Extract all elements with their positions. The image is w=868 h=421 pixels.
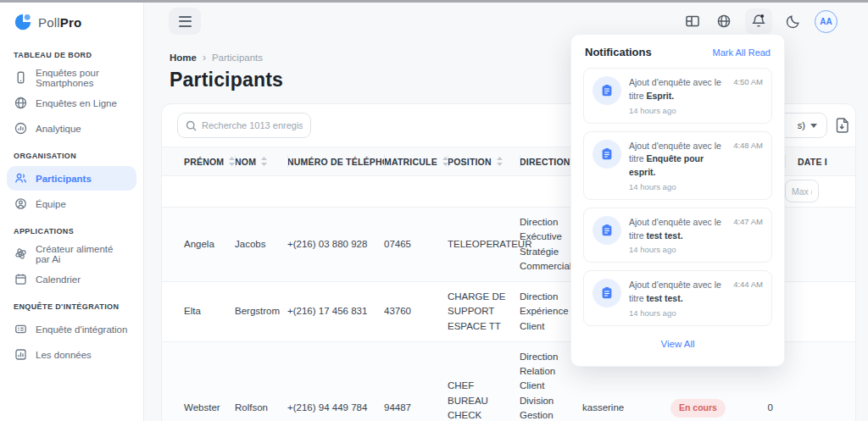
ai-icon [14, 247, 27, 260]
menu-icon [179, 16, 192, 18]
globe-icon [715, 13, 732, 30]
sidebar-item-label: Enquête d'intégration [36, 324, 127, 335]
window-icon [684, 13, 701, 30]
window-button[interactable] [682, 11, 703, 31]
language-button[interactable] [714, 11, 734, 31]
cell-position: CHEF BUREAU CHECK CENTER [448, 341, 520, 421]
notifications-title: Notifications [585, 46, 652, 58]
cell-nom: Rolfson [235, 341, 287, 421]
cell-matricule: 07465 [384, 208, 448, 282]
notification-ago: 14 hours ago [629, 182, 763, 191]
sidebar-item-label: Les données [36, 350, 92, 360]
section-tableau-de-bord: TABLEAU DE BORD [14, 51, 130, 59]
sidebar-item-enquete-integration[interactable]: Enquête d'intégration [7, 317, 136, 341]
cell-prenom: Webster [162, 341, 235, 421]
avatar[interactable]: AA [815, 10, 837, 33]
notification-time: 4:44 AM [733, 280, 763, 289]
sidebar-item-participants[interactable]: Participants [7, 166, 136, 191]
app-name: PollPro [38, 15, 81, 30]
sidebar-item-label: Enquêtes pour Smartphones [36, 68, 129, 88]
search-icon [186, 120, 197, 131]
cell-prenom: Elta [162, 282, 235, 342]
column-header-matricule[interactable]: MATRICULE [384, 147, 448, 176]
sidebar-item-label: Calendrier [36, 274, 81, 285]
notification-ago: 14 hours ago [629, 308, 763, 318]
download-file-icon [833, 116, 854, 135]
export-button[interactable] [833, 115, 854, 136]
notification-ago: 14 hours ago [629, 106, 763, 115]
mark-all-read-button[interactable]: Mark All Read [713, 47, 771, 58]
column-header-date[interactable]: DATE I [785, 147, 856, 176]
breadcrumb-home-link[interactable]: Home [170, 53, 197, 63]
sidebar-item-createur-ai[interactable]: Créateur alimenté par Ai [7, 241, 136, 266]
sidebar-item-les-donnees[interactable]: Les données [7, 342, 136, 367]
sidebar-item-label: Enquêtes en Ligne [36, 98, 117, 108]
sidebar-item-enquetes-en-ligne[interactable]: Enquêtes en Ligne [7, 91, 136, 115]
data-icon [14, 348, 27, 361]
notification-time: 4:50 AM [733, 77, 763, 86]
column-header-nom[interactable]: NOM [235, 147, 287, 176]
sidebar-item-calendrier[interactable]: Calendrier [7, 267, 136, 291]
max-filter-input[interactable] [785, 180, 819, 202]
sidebar-item-enquetes-smartphones[interactable]: Enquêtes pour Smartphones [7, 65, 136, 90]
sidebar-item-analytique[interactable]: Analytique [7, 116, 136, 141]
bell-icon [750, 13, 767, 30]
dark-mode-button[interactable] [783, 11, 804, 31]
search-box [177, 113, 311, 138]
pollpro-logo-icon [14, 13, 32, 31]
sidebar-item-label: Analytique [36, 124, 81, 134]
survey-icon [593, 216, 621, 245]
notification-item[interactable]: Ajout d'enquête avec le titre test test.… [583, 270, 772, 326]
breadcrumb-separator-icon: › [203, 52, 206, 64]
team-icon [14, 197, 27, 210]
sort-icon[interactable] [229, 157, 235, 166]
cell-date [785, 208, 856, 282]
sort-icon[interactable] [497, 157, 503, 166]
section-organisation: ORGANISATION [14, 152, 130, 160]
calendar-icon [14, 273, 27, 285]
users-icon [14, 172, 27, 185]
moon-icon [785, 13, 802, 30]
cell-matricule: 94487 [384, 341, 448, 421]
section-applications: APPLICATIONS [14, 227, 130, 235]
cell-date [785, 341, 856, 421]
sidebar-item-equipe[interactable]: Équipe [7, 191, 136, 216]
view-all-button[interactable]: View All [652, 334, 703, 354]
cell-telephone: +(216) 03 880 928 [287, 208, 384, 282]
analytics-icon [14, 122, 27, 135]
sidebar: PollPro TABLEAU DE BORD Enquêtes pour Sm… [0, 0, 144, 421]
app-logo[interactable]: PollPro [0, 3, 143, 40]
notification-item[interactable]: Ajout d'enquête avec le titre Enquête po… [583, 131, 772, 200]
cell-position: CHARGE DE SUPPORT ESPACE TT [448, 282, 520, 342]
sidebar-item-label: Équipe [36, 199, 66, 209]
chevron-down-icon [810, 124, 817, 128]
cell-direction: Direction Exécutive Stratégie Commercial… [520, 208, 577, 282]
survey-icon [593, 76, 621, 105]
cell-date [785, 282, 856, 342]
notifications-button[interactable] [745, 8, 772, 34]
column-header-position[interactable]: POSITION [448, 147, 520, 176]
cell-telephone: +(216) 94 449 784 [287, 341, 384, 421]
notifications-panel: Notifications Mark All Read Ajout d'enqu… [570, 34, 785, 367]
notification-time: 4:47 AM [733, 217, 763, 226]
sidebar-item-label: Créateur alimenté par Ai [36, 244, 129, 264]
column-header-prenom[interactable]: PRÉNOM [162, 147, 235, 176]
breadcrumb-current: Participants [212, 53, 263, 63]
menu-toggle-button[interactable] [169, 8, 201, 35]
cell-nom: Jacobs [235, 208, 287, 282]
globe-icon [14, 97, 27, 109]
cell-nom: Bergstrom [235, 282, 287, 342]
status-badge: En cours [670, 399, 726, 418]
notification-item[interactable]: Ajout d'enquête avec le titre test test.… [583, 208, 772, 263]
smartphone-icon [14, 71, 27, 84]
sort-icon[interactable] [261, 157, 267, 166]
cell-telephone: +(216) 17 456 831 [287, 282, 384, 342]
column-header-direction[interactable]: DIRECTION [520, 147, 577, 176]
onboarding-icon [14, 323, 27, 335]
cell-matricule: 43760 [384, 282, 448, 342]
cell-position: TELEOPERATEUR [448, 208, 520, 282]
cell-prenom: Angela [162, 208, 235, 282]
column-header-telephone[interactable]: NUMÉRO DE TÉLÉPHONE [287, 147, 384, 176]
notification-item[interactable]: Ajout d'enquête avec le titre Esprit. 14… [583, 68, 772, 124]
search-input[interactable] [202, 120, 303, 130]
